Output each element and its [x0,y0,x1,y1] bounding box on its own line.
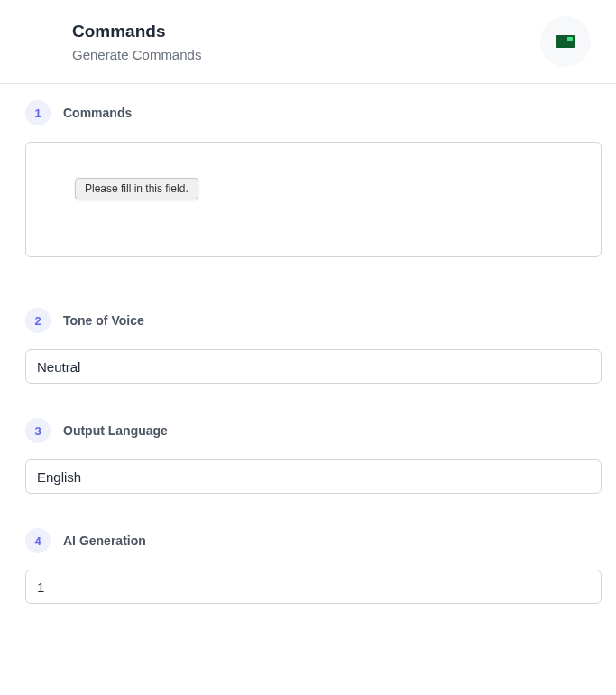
section-header-tone: 2 Tone of Voice [25,308,602,333]
page-header: Commands Generate Commands [0,0,616,84]
avatar-icon [556,35,575,48]
language-select[interactable]: English [25,459,602,494]
avatar[interactable] [540,16,591,67]
section-label-language: Output Language [63,423,168,438]
section-label-generation: AI Generation [63,533,146,548]
step-badge-1: 1 [25,100,51,125]
section-header-generation: 4 AI Generation [25,528,602,553]
section-label-commands: Commands [63,106,132,120]
page-subtitle: Generate Commands [72,47,201,62]
form-content: 1 Commands Please fill in this field. 2 … [0,84,616,604]
section-commands: 1 Commands Please fill in this field. [25,100,602,261]
section-generation: 4 AI Generation [25,528,602,604]
section-label-tone: Tone of Voice [63,313,144,328]
commands-input[interactable] [25,142,602,257]
section-language: 3 Output Language English [25,418,602,494]
validation-tooltip: Please fill in this field. [75,178,198,199]
page-title: Commands [72,22,201,42]
generation-input[interactable] [25,570,602,604]
step-badge-3: 3 [25,418,51,443]
tone-select[interactable]: Neutral [25,349,602,384]
section-tone: 2 Tone of Voice Neutral [25,308,602,384]
step-badge-4: 4 [25,528,51,553]
header-titles: Commands Generate Commands [72,22,201,62]
section-header-language: 3 Output Language [25,418,602,443]
commands-textarea-wrap: Please fill in this field. [25,142,602,261]
step-badge-2: 2 [25,308,51,333]
section-header-commands: 1 Commands [25,100,602,125]
